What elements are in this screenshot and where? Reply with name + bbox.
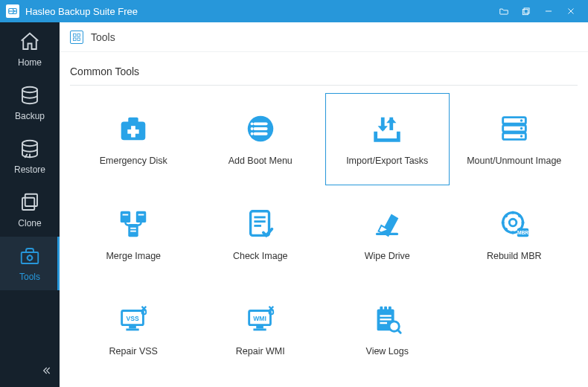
titlebar-close-button[interactable] — [560, 0, 582, 22]
tool-import-export-tasks[interactable]: Import/Export Tasks — [325, 93, 450, 185]
svg-point-3 — [22, 87, 37, 93]
sidebar-collapse-button[interactable] — [0, 360, 60, 381]
svg-point-4 — [22, 141, 37, 147]
svg-rect-39 — [254, 220, 265, 223]
sidebar-item-clone[interactable]: Clone — [0, 183, 60, 237]
sidebar-item-label: Backup — [15, 111, 45, 121]
emergency-disk-icon — [115, 111, 151, 147]
tool-repair-vss[interactable]: VSS Repair VSS — [71, 284, 196, 376]
svg-point-8 — [28, 255, 32, 260]
svg-rect-36 — [130, 231, 136, 232]
content-area: Common Tools Emergency Disk Add Boot Men… — [60, 52, 588, 387]
rebuild-mbr-icon: MBR — [496, 206, 532, 242]
svg-text:VSS: VSS — [127, 315, 139, 322]
check-image-icon — [243, 206, 278, 242]
svg-rect-11 — [74, 38, 77, 41]
svg-point-21 — [250, 123, 253, 126]
svg-rect-20 — [253, 132, 267, 135]
svg-rect-14 — [129, 118, 138, 124]
tool-label: Mount/Unmount Image — [467, 156, 561, 167]
svg-rect-7 — [22, 252, 39, 263]
svg-point-27 — [520, 119, 523, 121]
tool-check-image[interactable]: Check Image — [199, 188, 323, 281]
tool-wipe-drive[interactable]: Wipe Drive — [325, 188, 450, 281]
svg-rect-56 — [380, 307, 383, 313]
mount-unmount-icon — [496, 111, 532, 147]
svg-rect-52 — [253, 329, 266, 331]
sidebar: Home Backup Restore Clone Tools — [0, 22, 60, 387]
tool-repair-wmi[interactable]: WMI Repair WMI — [199, 284, 323, 376]
svg-point-28 — [520, 127, 523, 129]
tools-header-icon — [70, 31, 83, 44]
svg-rect-46 — [130, 325, 137, 329]
titlebar-minimize-button[interactable] — [537, 0, 560, 22]
tool-merge-image[interactable]: Merge Image — [71, 188, 196, 281]
svg-rect-10 — [77, 33, 80, 36]
sidebar-item-tools[interactable]: Tools — [0, 237, 60, 290]
sidebar-item-label: Restore — [14, 164, 45, 175]
tool-label: Add Boot Menu — [229, 156, 293, 167]
svg-rect-61 — [380, 322, 388, 324]
tool-view-logs[interactable]: View Logs — [325, 284, 450, 376]
svg-point-29 — [520, 135, 523, 138]
sidebar-item-label: Home — [18, 57, 42, 68]
svg-text:WMI: WMI — [253, 315, 266, 322]
tool-label: Repair WMI — [236, 346, 285, 358]
sidebar-item-label: Tools — [19, 272, 40, 282]
repair-wmi-icon: WMI — [243, 301, 278, 337]
page-title: Tools — [91, 31, 115, 43]
section-title: Common Tools — [70, 65, 578, 77]
add-boot-menu-icon — [243, 111, 278, 147]
app-logo-icon — [6, 4, 19, 18]
svg-rect-51 — [256, 325, 263, 329]
svg-rect-1 — [524, 8, 529, 13]
divider — [70, 85, 578, 86]
svg-rect-37 — [250, 211, 269, 236]
view-logs-icon — [369, 301, 405, 337]
titlebar-open-button[interactable] — [493, 0, 515, 22]
svg-rect-60 — [380, 319, 392, 320]
svg-rect-16 — [128, 129, 139, 134]
main: Tools Common Tools Emergency Disk Add Bo… — [60, 22, 588, 387]
svg-point-42 — [509, 219, 517, 226]
svg-rect-31 — [136, 211, 146, 223]
svg-rect-18 — [253, 123, 267, 126]
svg-rect-5 — [25, 194, 37, 206]
tool-label: Import/Export Tasks — [346, 156, 428, 167]
svg-rect-35 — [130, 228, 136, 229]
titlebar: Hasleo Backup Suite Free — [0, 0, 588, 22]
svg-rect-38 — [254, 217, 265, 219]
repair-vss-icon: VSS — [115, 301, 151, 337]
tool-label: Merge Image — [106, 251, 161, 263]
svg-rect-9 — [74, 33, 77, 36]
tool-label: Repair VSS — [109, 346, 158, 358]
app-title: Hasleo Backup Suite Free — [25, 6, 493, 17]
tool-emergency-disk[interactable]: Emergency Disk — [71, 93, 196, 185]
sidebar-item-home[interactable]: Home — [0, 22, 60, 76]
tool-label: Wipe Drive — [365, 251, 410, 263]
svg-point-22 — [250, 127, 253, 130]
svg-point-23 — [250, 132, 253, 135]
svg-rect-58 — [389, 307, 392, 313]
tool-label: View Logs — [366, 346, 409, 358]
tool-label: Emergency Disk — [100, 156, 167, 167]
tool-mount-unmount-image[interactable]: Mount/Unmount Image — [453, 93, 577, 185]
tool-rebuild-mbr[interactable]: MBR Rebuild MBR — [453, 188, 577, 281]
sidebar-item-backup[interactable]: Backup — [0, 76, 60, 129]
sidebar-item-restore[interactable]: Restore — [0, 129, 60, 183]
tool-label: Rebuild MBR — [487, 251, 542, 263]
import-export-icon — [369, 111, 405, 147]
merge-image-icon — [115, 206, 151, 242]
svg-rect-59 — [380, 315, 392, 316]
tools-grid: Emergency Disk Add Boot Menu Import/Expo… — [70, 92, 578, 377]
svg-rect-40 — [254, 225, 261, 227]
svg-rect-34 — [138, 214, 144, 216]
tool-add-boot-menu[interactable]: Add Boot Menu — [199, 93, 323, 185]
svg-rect-19 — [253, 127, 267, 130]
svg-rect-2 — [523, 10, 528, 15]
svg-rect-33 — [123, 214, 129, 216]
svg-text:MBR: MBR — [517, 231, 528, 236]
titlebar-restore-button[interactable] — [515, 0, 537, 22]
sidebar-item-label: Clone — [18, 218, 41, 228]
svg-rect-30 — [121, 211, 130, 223]
